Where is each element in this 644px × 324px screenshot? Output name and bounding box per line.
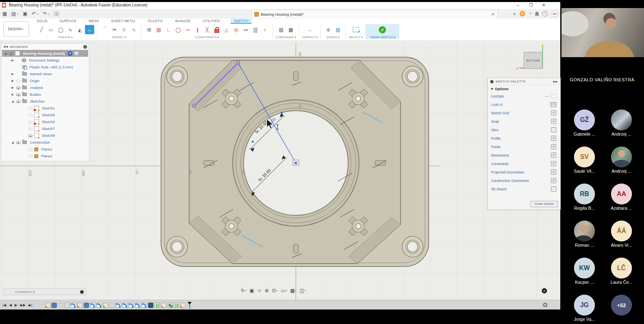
document-tab[interactable]: Bearing Housing (metal)* ✕ [252, 10, 498, 18]
palette-options-section[interactable]: ▼ Options [488, 85, 560, 92]
save-icon[interactable]: ▣ [23, 11, 27, 16]
expand-arrow-icon[interactable]: ▶ [11, 79, 14, 83]
visibility-eye-icon[interactable] [9, 51, 13, 56]
participant-tile[interactable]: KWKacper ... [566, 258, 603, 285]
tangent-tool-icon[interactable]: ╳ [202, 25, 212, 34]
visibility-eye-icon[interactable] [28, 120, 33, 124]
chevron-down-icon[interactable]: ▾ [245, 289, 246, 292]
tab-sketch[interactable]: SKETCH [231, 19, 252, 24]
group-label-constraints[interactable]: CONSTRAINTS ▾ [195, 35, 219, 39]
recent-files-icon[interactable]: ◔ [529, 11, 532, 16]
participant-tile[interactable]: GŽGabrielė ... [566, 109, 603, 136]
workspace-selector[interactable]: DESIGN ▾ [3, 21, 29, 37]
capture-image-button[interactable] [542, 288, 547, 293]
zoom-icon[interactable]: ⊕ [264, 288, 268, 293]
browser-item-bodies[interactable]: ▶Bodies [1, 91, 89, 98]
undo-icon[interactable]: ↶ [32, 11, 36, 16]
group-label-create[interactable]: CREATE ▾ [58, 35, 73, 39]
checkbox-points[interactable]: ✓ [551, 144, 556, 149]
browser-item-plane2[interactable]: Plane2 [1, 153, 89, 159]
checkbox-dimensions[interactable]: ✓ [551, 153, 556, 158]
close-button[interactable]: ✕ [538, 2, 550, 8]
visibility-eye-icon[interactable] [16, 99, 21, 103]
checkbox-snap[interactable]: ✓ [551, 119, 556, 124]
configuration-tool-icon[interactable]: ▧ [277, 25, 286, 34]
fit-icon[interactable]: ⊡▾ [272, 288, 278, 293]
sketch-dimension-tool-icon[interactable]: ↔ [85, 25, 94, 34]
visibility-eye-icon[interactable] [28, 126, 33, 131]
spline-tool-icon[interactable]: ∿ [66, 25, 75, 34]
chevron-down-icon[interactable]: ▾ [295, 289, 296, 292]
play-button[interactable]: ▶ [14, 303, 17, 307]
select-tool-icon[interactable] [351, 25, 360, 34]
look-at-icon[interactable]: ▣ [250, 288, 254, 293]
browser-item-analysis[interactable]: ▶Analysis [1, 84, 89, 91]
timeline-feature-fillet[interactable] [142, 303, 147, 308]
participant-tile[interactable]: AAAzahara ... [603, 184, 640, 210]
checkbox-slice[interactable] [551, 127, 556, 132]
participant-tile[interactable]: SVSaulė Vil... [566, 147, 603, 173]
job-status-icon[interactable]: ↻ [520, 11, 525, 17]
timeline-feature-sketch[interactable] [161, 303, 166, 308]
symmetry-tool-icon[interactable]: [|] [251, 25, 260, 34]
timeline-position-marker[interactable] [188, 302, 192, 309]
chevron-down-icon[interactable]: ▾ [17, 12, 19, 15]
participant-tile[interactable]: JGJorge Va... [566, 295, 603, 322]
rectangle-tool-icon[interactable]: ▭ [46, 25, 56, 34]
expand-arrow-icon[interactable]: ▶ [11, 59, 14, 62]
triangle-tool-icon[interactable]: △ [222, 25, 231, 34]
group-label-inspect[interactable]: INSPECT ▾ [302, 35, 318, 39]
display-settings-icon[interactable]: ▭▾ [281, 288, 287, 293]
browser-item-sketch1[interactable]: Sketch1 [1, 105, 89, 111]
presenter-video[interactable]: GONZALO VALIÑO RIESTRA [560, 0, 644, 93]
step-forward-button[interactable]: ▶▶ [20, 303, 26, 307]
offset-tool-icon[interactable]: ⊂ [120, 25, 129, 34]
browser-item-plastic-rule-abs-1-5-mm-[interactable]: Plastic Rule: ABS (1,5 mm) [1, 64, 89, 70]
target-badge-icon[interactable]: ◎ [74, 51, 79, 56]
finish-sketch-button[interactable]: ✓ [378, 25, 387, 34]
circle-tool-icon[interactable]: ◯ [56, 25, 65, 34]
chevron-down-icon[interactable]: ▾ [305, 289, 306, 292]
viewport-canvas[interactable]: fx: 10.00 fx: 10.00 10.00 -125 -1 [0, 40, 560, 300]
document-tab-close-icon[interactable]: ✕ [491, 12, 495, 17]
chevron-down-icon[interactable]: ▾ [277, 289, 278, 292]
group-label-modify[interactable]: MODIFY ▾ [112, 35, 126, 39]
comments-bar[interactable]: COMMENTS [3, 289, 86, 295]
expand-arrow-icon[interactable]: ◢ [11, 100, 14, 103]
viewports-icon[interactable]: ◫▾ [299, 288, 305, 293]
browser-item-sketch6[interactable]: Sketch6 [1, 118, 89, 125]
driven-dimension-tool-icon[interactable]: ▤ [154, 25, 163, 34]
help-icon[interactable]: ? [542, 11, 548, 17]
fix-tool-icon[interactable] [212, 25, 221, 34]
grid-display-icon[interactable]: ▦▾ [290, 288, 296, 293]
trim-tool-icon[interactable]: ✂ [110, 25, 119, 34]
comments-toggle-icon[interactable] [80, 290, 84, 294]
minimize-button[interactable]: – [512, 2, 524, 8]
finish-sketch-label[interactable]: FINISH SKETCH ▾ [370, 35, 395, 39]
visibility-eye-icon[interactable] [16, 85, 21, 90]
account-avatar[interactable]: GV [551, 10, 558, 17]
browser-item-bearing-housing-metal-[interactable]: ◢Bearing Housing (metal)G◎ [2, 50, 88, 57]
participant-tile[interactable]: Andrzej ... [603, 147, 640, 173]
browser-item-plane1[interactable]: Plane1 [1, 146, 89, 153]
visibility-eye-icon[interactable] [28, 113, 33, 117]
timeline-feature-fillet[interactable] [90, 303, 95, 308]
tab-solid[interactable]: SOLID [35, 19, 49, 24]
concentric-tool-icon[interactable]: ◎ [231, 25, 241, 34]
redo-icon[interactable]: ↷ [43, 11, 47, 16]
expand-arrow-icon[interactable]: ▶ [11, 86, 14, 89]
perpendicular-tool-icon[interactable]: ∟ [164, 25, 173, 34]
finish-sketch-small-button[interactable]: Finish Sketch [530, 201, 558, 207]
skip-start-button[interactable]: |◀ [2, 303, 6, 307]
look-at-icon[interactable] [551, 102, 556, 107]
pattern-tool-icon[interactable]: ⊞ [144, 25, 154, 34]
timeline-feature-green[interactable] [174, 303, 179, 308]
polygon-circle-tool-icon[interactable]: ◯ [173, 25, 183, 34]
participant-tile[interactable]: Roman ... [566, 221, 603, 248]
checkbox-projected-geometries[interactable]: ✓ [551, 169, 556, 175]
file-icon[interactable]: ▤ [11, 11, 16, 16]
timeline-feature-extrude[interactable] [52, 303, 57, 308]
browser-item-document-settings[interactable]: ▶Document Settings [1, 57, 89, 64]
timeline-feature-ghost[interactable] [58, 303, 63, 308]
timeline-feature-sketch[interactable] [103, 303, 108, 308]
